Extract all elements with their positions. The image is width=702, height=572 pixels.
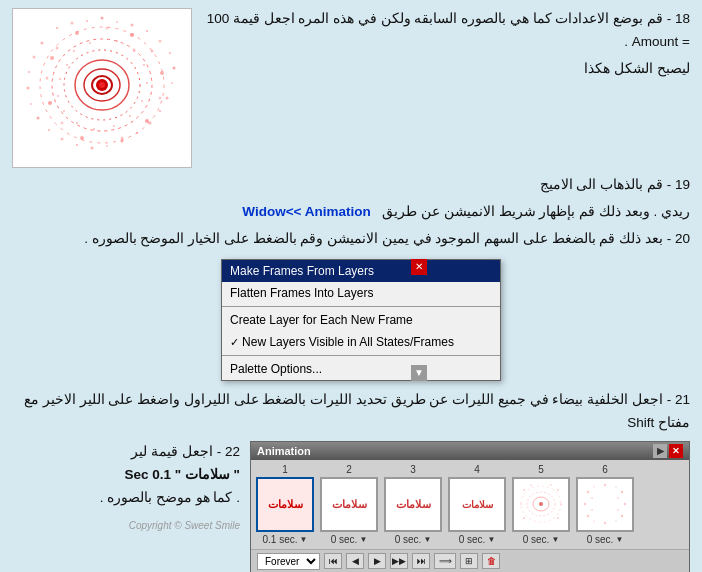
svg-point-56 xyxy=(146,82,148,84)
svg-point-92 xyxy=(591,497,593,499)
menu-item-flatten-frames[interactable]: Flatten Frames Into Layers xyxy=(222,282,500,304)
menu-item-new-layers-visible[interactable]: New Layers Visible in All States/Frames xyxy=(222,331,500,353)
scroll-right-icon: ▶ xyxy=(657,446,664,456)
menu-area: ✕ Make Frames From Layers Flatten Frames… xyxy=(12,259,690,381)
frame-1-preview: سلامات xyxy=(256,477,314,532)
menu-divider-1 xyxy=(222,306,500,307)
animation-close-button[interactable]: ✕ xyxy=(669,444,683,458)
svg-point-77 xyxy=(520,503,522,505)
svg-point-85 xyxy=(604,522,606,524)
prev-frame-button[interactable]: ◀ xyxy=(346,553,364,569)
frames-row: 1 سلامات 0.1 sec. ▼ 2 سلامات xyxy=(251,460,689,549)
svg-point-46 xyxy=(75,31,79,35)
svg-point-63 xyxy=(57,95,59,97)
menu-item-palette-options[interactable]: Palette Options... xyxy=(222,358,500,380)
tween-button[interactable]: ⟹ xyxy=(434,553,456,569)
step-18-text: 18 - قم بوضع الاعدادات كما هي بالصوره ال… xyxy=(202,8,690,54)
svg-point-7 xyxy=(131,24,134,27)
frame-6-graphic xyxy=(580,480,630,528)
svg-point-36 xyxy=(48,101,52,105)
animation-panel: Animation ▶ ✕ 1 سلامات xyxy=(250,441,690,572)
frame-3[interactable]: 3 سلامات 0 sec. ▼ xyxy=(383,464,443,545)
first-frame-button[interactable]: ⏮ xyxy=(324,553,342,569)
svg-point-50 xyxy=(66,64,68,66)
frame-5-arrow[interactable]: ▼ xyxy=(551,535,559,544)
play-button[interactable]: ▶ xyxy=(368,553,386,569)
step-19-highlight: Widow<< Animation xyxy=(242,204,370,219)
svg-point-45 xyxy=(106,27,109,30)
frame-3-time: 0 sec. ▼ xyxy=(395,534,432,545)
spiral-graphic xyxy=(22,13,182,163)
step-22-number: 22 xyxy=(225,444,240,459)
frame-1[interactable]: 1 سلامات 0.1 sec. ▼ xyxy=(255,464,315,545)
svg-point-52 xyxy=(89,42,91,44)
svg-point-91 xyxy=(615,520,617,522)
duplicate-frame-button[interactable]: ⊞ xyxy=(460,553,478,569)
step-21-row: 21 - اجعل الخلفية بيضاء في جميع الليرات … xyxy=(12,389,690,435)
svg-point-10 xyxy=(169,52,171,54)
svg-point-20 xyxy=(76,144,78,146)
frame-6[interactable]: 6 xyxy=(575,464,635,545)
animation-scroll-right[interactable]: ▶ xyxy=(653,444,667,458)
menu-item-create-layer[interactable]: Create Layer for Each New Frame xyxy=(222,309,500,331)
frame-3-label: سلامات xyxy=(396,498,431,511)
svg-point-89 xyxy=(615,486,617,488)
svg-point-82 xyxy=(587,515,589,517)
frame-6-arrow[interactable]: ▼ xyxy=(615,535,623,544)
svg-point-86 xyxy=(584,503,586,505)
last-frame-button[interactable]: ⏭ xyxy=(412,553,430,569)
loop-select[interactable]: Forever xyxy=(257,553,320,570)
svg-point-4 xyxy=(86,20,88,22)
frame-2-preview: سلامات xyxy=(320,477,378,532)
svg-point-6 xyxy=(116,21,118,23)
step-22-text: - اجعل قيمة لير xyxy=(131,444,221,459)
step-20-number: 20 xyxy=(675,231,690,246)
scroll-down-icon: ▼ xyxy=(414,367,424,378)
step-21-number: 21 xyxy=(675,392,690,407)
svg-point-35 xyxy=(46,77,49,80)
step-19-text2: ريدي . وبعد ذلك قم بإظهار شريط الانميشن … xyxy=(382,204,690,219)
menu-scroll-button[interactable]: ▼ xyxy=(411,365,427,381)
svg-point-61 xyxy=(76,122,78,124)
svg-point-60 xyxy=(93,128,95,130)
step-18-image xyxy=(12,8,192,168)
svg-point-14 xyxy=(159,110,161,112)
frame-5-preview xyxy=(512,477,570,532)
svg-point-76 xyxy=(550,484,552,486)
svg-point-80 xyxy=(587,491,589,493)
svg-point-72 xyxy=(557,489,559,491)
frame-4-arrow[interactable]: ▼ xyxy=(487,535,495,544)
frame-2-arrow[interactable]: ▼ xyxy=(359,535,367,544)
svg-point-40 xyxy=(145,119,149,123)
svg-point-21 xyxy=(61,138,64,141)
menu-close-button[interactable]: ✕ xyxy=(411,259,427,275)
animation-controls: Forever ⏮ ◀ ▶ ▶▶ ⏭ ⟹ ⊞ 🗑 xyxy=(251,549,689,572)
svg-point-27 xyxy=(33,56,36,59)
frame-5[interactable]: 5 xyxy=(511,464,571,545)
animation-panel-wrapper: Animation ▶ ✕ 1 سلامات xyxy=(12,441,690,572)
svg-point-23 xyxy=(37,117,40,120)
svg-point-37 xyxy=(61,122,64,125)
next-frame-button[interactable]: ▶▶ xyxy=(390,553,408,569)
menu-item-make-frames[interactable]: Make Frames From Layers xyxy=(222,260,500,282)
svg-point-94 xyxy=(591,509,593,511)
step-18-number: 18 xyxy=(675,11,690,26)
svg-point-44 xyxy=(130,33,134,37)
svg-point-22 xyxy=(48,129,50,131)
svg-point-54 xyxy=(133,50,135,52)
delete-frame-button[interactable]: 🗑 xyxy=(482,553,500,569)
frame-2[interactable]: 2 سلامات 0 sec. ▼ xyxy=(319,464,379,545)
step-19-animation-row: ريدي . وبعد ذلك قم بإظهار شريط الانميشن … xyxy=(12,201,690,224)
frame-3-arrow[interactable]: ▼ xyxy=(423,535,431,544)
svg-point-25 xyxy=(27,87,30,90)
frame-4[interactable]: 4 سلامات 0 sec. ▼ xyxy=(447,464,507,545)
step-20-row: 20 - بعد ذلك قم بالضغط على السهم الموجود… xyxy=(12,228,690,251)
copyright-bottom: Copyright © Sweet Smile xyxy=(12,520,240,531)
close-icon: ✕ xyxy=(672,446,680,456)
svg-point-87 xyxy=(624,503,626,505)
svg-point-51 xyxy=(73,50,75,52)
animation-title: Animation xyxy=(257,445,311,457)
frame-5-time: 0 sec. ▼ xyxy=(523,534,560,545)
frame-1-arrow[interactable]: ▼ xyxy=(300,535,308,544)
svg-point-53 xyxy=(116,40,118,42)
